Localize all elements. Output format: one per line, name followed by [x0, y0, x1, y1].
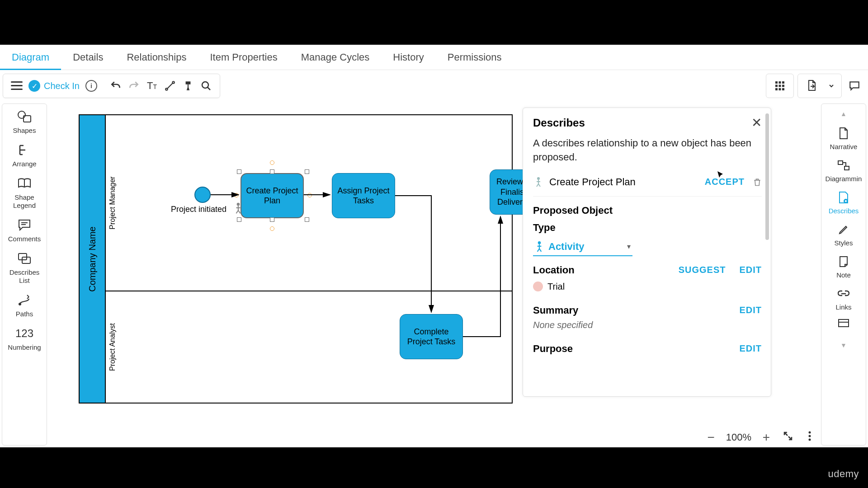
suggest-button[interactable]: SUGGEST	[679, 265, 726, 275]
summary-label: Summary	[533, 305, 578, 316]
rail-scroll-up[interactable]: ▲	[840, 110, 847, 117]
type-dropdown[interactable]: Activity ▾	[533, 238, 632, 256]
rail-narrative[interactable]: Narrative	[821, 127, 866, 150]
redo-button[interactable]	[125, 77, 143, 95]
task-complete-project-tasks[interactable]: Complete Project Tasks	[400, 314, 463, 359]
palette-legend-label-2: Legend	[13, 202, 36, 210]
start-event-label: Project initiated	[171, 205, 226, 214]
rail-note[interactable]: Note	[821, 255, 866, 279]
activity-person-icon	[533, 177, 544, 188]
delete-button[interactable]	[753, 178, 762, 187]
bpmn-pool[interactable]: Company Name Project Manager Project ini…	[79, 114, 513, 404]
location-value-row[interactable]: Trial	[533, 282, 762, 292]
fullscreen-button[interactable]	[781, 430, 795, 445]
svg-point-16	[19, 303, 21, 305]
tab-permissions[interactable]: Permissions	[436, 45, 514, 70]
lane2-label: Project Analyst	[106, 291, 119, 403]
kebab-icon	[808, 431, 811, 441]
diagram-canvas[interactable]: Company Name Project Manager Project ini…	[47, 102, 821, 447]
rail-more[interactable]	[821, 316, 866, 333]
palette-shapes[interactable]: Shapes	[2, 109, 47, 135]
palette-comments[interactable]: Comments	[2, 218, 47, 243]
pool-label[interactable]: Company Name	[80, 115, 106, 403]
start-event[interactable]	[194, 187, 211, 203]
palette-arrange[interactable]: Arrange	[2, 143, 47, 168]
purpose-edit-button[interactable]: EDIT	[739, 343, 762, 354]
summary-edit-button[interactable]: EDIT	[739, 305, 762, 315]
svg-point-22	[537, 177, 540, 180]
info-icon: i	[85, 80, 97, 92]
palette-shapes-label: Shapes	[13, 127, 36, 135]
diagramming-icon	[837, 160, 850, 171]
palette-legend-label-1: Shape	[14, 193, 34, 202]
fullscreen-icon	[783, 431, 793, 441]
link-icon	[838, 290, 849, 298]
rail-describes[interactable]: Describes	[821, 191, 866, 215]
activity-icon	[535, 241, 544, 253]
search-button[interactable]	[197, 77, 215, 95]
palette-describes-list[interactable]: Describes List	[2, 251, 47, 285]
palette-numbering-label: Numbering	[8, 343, 41, 352]
zoom-out-button[interactable]: −	[704, 430, 718, 445]
search-icon	[201, 80, 212, 91]
close-button[interactable]: ✕	[751, 115, 762, 130]
close-icon: ✕	[751, 116, 762, 130]
palette-shape-legend[interactable]: Shape Legend	[2, 176, 47, 210]
text-tool-button[interactable]: TT	[143, 77, 161, 95]
tab-history[interactable]: History	[381, 45, 435, 70]
tab-item-properties[interactable]: Item Properties	[198, 45, 289, 70]
lane-project-analyst[interactable]: Project Analyst Complete Project Tasks	[106, 291, 512, 403]
comments-toggle-button[interactable]	[845, 77, 863, 95]
note-icon	[838, 256, 849, 267]
svg-point-0	[165, 88, 167, 90]
location-edit-button[interactable]: EDIT	[739, 265, 762, 275]
palette-numbering[interactable]: 123 Numbering	[2, 326, 47, 352]
flow-arrows	[106, 115, 512, 291]
proposed-object-row: Create Project Plan ACCEPT	[533, 174, 762, 197]
menu-button[interactable]	[8, 77, 26, 95]
chevron-down-icon: ▾	[627, 242, 631, 251]
tab-manage-cycles[interactable]: Manage Cycles	[289, 45, 382, 70]
redo-icon	[128, 80, 140, 92]
rail-styles[interactable]: Styles	[821, 223, 866, 247]
svg-rect-5	[782, 81, 784, 84]
proposed-object-header: Proposed Object	[533, 205, 762, 216]
location-chip-icon	[533, 282, 543, 291]
person-icon	[234, 202, 242, 215]
tab-details[interactable]: Details	[61, 45, 115, 70]
palette-paths[interactable]: Paths	[2, 293, 47, 318]
task-create-project-plan[interactable]: Create Project Plan	[241, 173, 304, 218]
paint-icon	[182, 80, 194, 92]
comment-icon	[18, 219, 31, 231]
purpose-label: Purpose	[533, 343, 573, 355]
svg-point-25	[809, 435, 811, 437]
paths-icon	[18, 294, 31, 306]
zoom-level: 100%	[726, 432, 751, 443]
rail-diagramming[interactable]: Diagrammin	[821, 159, 866, 183]
grid-apps-button[interactable]	[771, 77, 789, 95]
svg-rect-8	[782, 85, 784, 87]
undo-icon	[110, 80, 122, 92]
undo-button[interactable]	[107, 77, 125, 95]
zoom-in-button[interactable]: +	[760, 430, 773, 445]
panel-icon	[838, 319, 849, 328]
info-button[interactable]: i	[82, 77, 100, 95]
scrollbar[interactable]	[765, 113, 769, 240]
chevron-down-icon	[828, 82, 835, 89]
format-painter-button[interactable]	[179, 77, 197, 95]
export-button[interactable]	[802, 77, 821, 95]
connector-icon	[164, 80, 176, 92]
rail-scroll-down[interactable]: ▼	[840, 342, 847, 349]
more-options-button[interactable]	[803, 430, 816, 445]
rail-links[interactable]: Links	[821, 287, 866, 311]
cursor-icon	[717, 170, 726, 179]
check-in-button[interactable]: ✓ Check In	[28, 80, 80, 92]
lane-project-manager[interactable]: Project Manager Project initiated Create…	[106, 115, 512, 291]
export-dropdown-button[interactable]	[826, 77, 837, 95]
lane1-label: Project Manager	[106, 115, 119, 291]
svg-rect-6	[775, 85, 778, 87]
connector-tool-button[interactable]	[161, 77, 179, 95]
tab-relationships[interactable]: Relationships	[115, 45, 198, 70]
task-assign-project-tasks[interactable]: Assign Project Tasks	[332, 173, 395, 218]
tab-diagram[interactable]: Diagram	[0, 45, 61, 70]
